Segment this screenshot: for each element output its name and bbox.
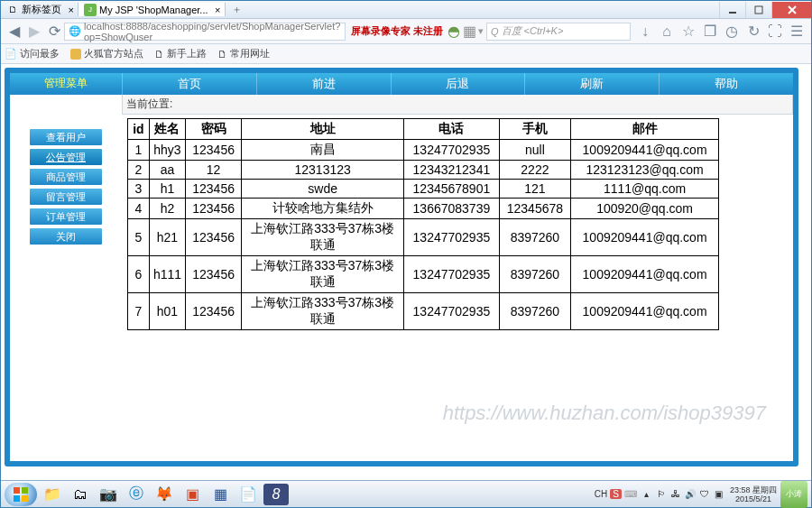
task-folder[interactable]: 🗂	[68, 484, 93, 505]
menu-order[interactable]: 订单管理	[30, 208, 102, 225]
system-tray: CH S ⌨ ▴ 🏳 🖧 🔊 🛡 ▣ 23:58 星期四 2015/5/21 小…	[595, 481, 807, 508]
task-recorder[interactable]: 📷	[96, 484, 121, 505]
task-explorer[interactable]: 📁	[40, 484, 65, 505]
tab-close-icon[interactable]: ×	[69, 5, 74, 15]
task-myeclipse[interactable]: 8	[263, 484, 289, 505]
history-icon[interactable]: ◷	[721, 22, 743, 42]
cell-name: aa	[149, 161, 185, 180]
cell-mobile: 8397260	[499, 256, 570, 293]
cell-name: h21	[149, 219, 185, 256]
tray-app2-icon[interactable]: ▣	[712, 487, 726, 502]
bookmark-star-icon[interactable]: ☆	[678, 22, 699, 42]
nav-refresh[interactable]: 刷新	[524, 73, 659, 95]
nav-back[interactable]: 后退	[391, 73, 525, 95]
lang-indicator[interactable]: CH	[595, 489, 607, 499]
reader-icon[interactable]: ▦	[463, 23, 476, 40]
search-placeholder: 百度 <Ctrl+K>	[502, 24, 564, 38]
menu-product[interactable]: 商品管理	[30, 169, 102, 185]
menu-close[interactable]: 关闭	[30, 228, 102, 245]
close-button[interactable]	[771, 2, 811, 18]
bookmarks-list-icon[interactable]: ❐	[699, 22, 721, 42]
cell-addr: 上海钦江路333号37栋3楼联通	[242, 256, 404, 293]
cell-addr: 12313123	[242, 161, 404, 180]
svg-rect-0	[729, 12, 736, 14]
table-row: 3h1123456swde123456789011211111@qq.com	[128, 180, 719, 199]
cell-pwd: 12	[186, 161, 242, 180]
cell-id: 1	[128, 140, 150, 161]
url-text: localhost:8888/aceshopping/servlet/ShopM…	[84, 21, 341, 42]
fullscreen-icon[interactable]: ⛶	[764, 22, 786, 42]
home-icon[interactable]: ⌂	[656, 22, 678, 42]
cell-tel: 12343212341	[404, 161, 500, 180]
cell-id: 4	[128, 199, 150, 219]
menu-notice[interactable]: 公告管理	[30, 149, 102, 165]
start-button[interactable]	[5, 483, 37, 506]
bookmark-link[interactable]: 🗋常用网址	[217, 47, 270, 60]
maximize-button[interactable]	[745, 2, 771, 18]
th-name: 姓名	[149, 119, 185, 140]
downloads-icon[interactable]: ↓	[634, 22, 656, 42]
tray-action-icon[interactable]: 🏳	[654, 487, 669, 502]
cell-mobile: 8397260	[499, 293, 570, 330]
browser-tab-active[interactable]: J My JSP 'ShopManager... ×	[78, 3, 226, 16]
task-word[interactable]: ▦	[208, 484, 233, 505]
table-row: 1hhy3123456南昌13247702935null1009209441@q…	[128, 140, 719, 161]
cell-email: 1009209441@qq.com	[571, 140, 719, 161]
tray-vol-icon[interactable]: 🔊	[683, 487, 697, 502]
task-ppt[interactable]: ▣	[180, 484, 205, 505]
task-notepad[interactable]: 📄	[235, 484, 261, 505]
shield-icon[interactable]: ◓	[448, 23, 460, 40]
cell-pwd: 123456	[186, 140, 242, 161]
cell-tel: 13247702935	[404, 256, 500, 293]
tab-close-icon[interactable]: ×	[215, 5, 220, 15]
forward-button[interactable]: ▶	[24, 22, 44, 42]
sync-icon[interactable]: ↻	[743, 22, 764, 42]
bookmark-link[interactable]: 🗋新手上路	[154, 47, 207, 60]
search-field[interactable]: Q 百度 <Ctrl+K>	[486, 23, 631, 41]
cell-name: h1	[149, 180, 185, 199]
tray-flag-icon[interactable]: ▴	[640, 487, 654, 502]
menu-title: 管理菜单	[10, 73, 122, 93]
browser-tab[interactable]: 🗋 新标签页 ×	[1, 3, 78, 16]
tray-net-icon[interactable]: 🖧	[669, 487, 683, 502]
bookmark-link[interactable]: 火狐官方站点	[70, 47, 143, 60]
dropdown-icon[interactable]: ▾	[478, 25, 484, 37]
page-icon: 🗋	[217, 49, 227, 60]
task-firefox[interactable]: 🦊	[152, 484, 177, 505]
nav-forward[interactable]: 前进	[256, 73, 391, 95]
th-id: id	[128, 119, 150, 140]
table-row: 2aa1212313123123432123412222123123123@qq…	[128, 161, 719, 180]
reload-button[interactable]: ⟳	[44, 22, 64, 42]
search-icon: Q	[491, 26, 499, 37]
url-field[interactable]: 🌐 localhost:8888/aceshopping/servlet/Sho…	[64, 23, 346, 41]
nav-help[interactable]: 帮助	[659, 73, 793, 95]
list-icon: 📄	[5, 48, 17, 60]
nav-home[interactable]: 首页	[122, 73, 256, 95]
menu-icon[interactable]: ☰	[786, 22, 807, 42]
taskbar: 📁 🗂 📷 ⓔ 🦊 ▣ ▦ 📄 8 CH S ⌨ ▴ 🏳 🖧 🔊 🛡 ▣ 23:…	[1, 480, 811, 507]
keyboard-icon[interactable]: ⌨	[624, 489, 637, 499]
cell-tel: 13247702935	[404, 219, 500, 256]
th-mobile: 手机	[499, 119, 570, 140]
minimize-button[interactable]	[719, 2, 745, 18]
jsp-icon: J	[84, 4, 97, 16]
globe-icon: 🌐	[69, 25, 81, 37]
back-button[interactable]: ◀	[5, 22, 24, 42]
bookmarks-most-visited[interactable]: 📄 访问最多	[5, 47, 60, 60]
cell-email: 1009209441@qq.com	[571, 256, 719, 293]
menu-view-user[interactable]: 查看用户	[30, 129, 102, 145]
cell-id: 5	[128, 219, 150, 256]
ime-icon[interactable]: S	[610, 489, 622, 499]
menu-message[interactable]: 留言管理	[30, 189, 102, 205]
clock[interactable]: 23:58 星期四 2015/5/21	[730, 485, 777, 503]
cell-id: 3	[128, 180, 150, 199]
tray-app-icon[interactable]: 🛡	[697, 487, 712, 502]
watermark-text: https://www.huzhan.com/ishop39397	[443, 402, 766, 425]
new-tab-button[interactable]: ＋	[226, 3, 249, 16]
cell-tel: 13247702935	[404, 293, 500, 330]
clock-date: 2015/5/21	[730, 494, 777, 503]
th-addr: 地址	[242, 119, 404, 140]
browser-tabs: 🗋 新标签页 × J My JSP 'ShopManager... × ＋	[1, 3, 719, 16]
task-ie[interactable]: ⓔ	[124, 484, 149, 505]
user-badge[interactable]: 小涛	[780, 481, 807, 508]
